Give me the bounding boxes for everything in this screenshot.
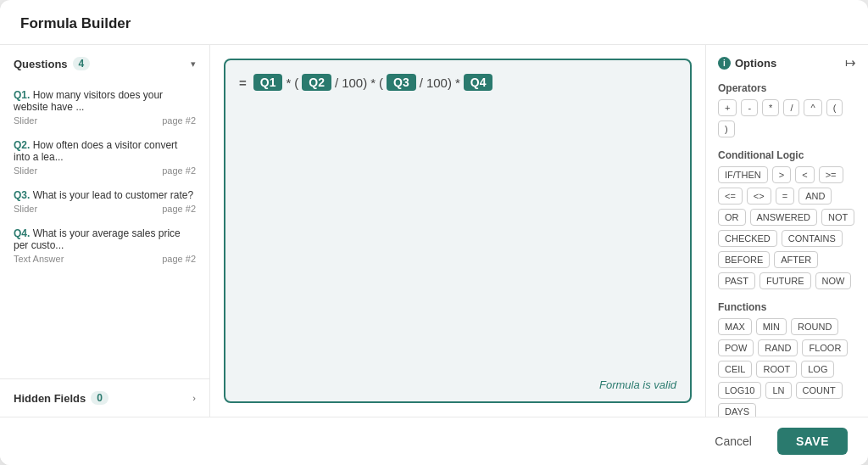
left-panel: Questions 4 ▾ Q1. How many visitors does… bbox=[0, 45, 210, 417]
question-type: Slider bbox=[14, 165, 37, 176]
question-page: page #2 bbox=[162, 115, 196, 126]
question-type: Text Answer bbox=[14, 254, 64, 264]
question-meta: Text Answer page #2 bbox=[14, 254, 196, 264]
chip-count[interactable]: COUNT bbox=[796, 382, 843, 399]
chip-lte[interactable]: <= bbox=[718, 188, 743, 204]
formula-op: / bbox=[335, 76, 338, 90]
formula-op: * bbox=[455, 76, 460, 90]
chip-gte[interactable]: >= bbox=[819, 166, 843, 183]
formula-paren-open: ( bbox=[379, 76, 383, 90]
modal-header: Formula Builder bbox=[0, 0, 868, 45]
question-meta: Slider page #2 bbox=[14, 115, 196, 126]
chip-ceil[interactable]: CEIL bbox=[718, 361, 752, 378]
chip-or[interactable]: OR bbox=[718, 209, 746, 226]
hidden-fields-section[interactable]: Hidden Fields 0 › bbox=[0, 378, 209, 417]
chip-log[interactable]: LOG bbox=[801, 361, 834, 378]
chip-ln[interactable]: LN bbox=[765, 382, 791, 399]
formula-content: = Q1 * ( Q2 / 100) * ( Q3 / 100) * Q4 bbox=[239, 74, 676, 91]
modal-footer: Cancel SAVE bbox=[0, 417, 868, 465]
q1-tag[interactable]: Q1 bbox=[253, 74, 283, 91]
chip-gt[interactable]: > bbox=[772, 166, 791, 183]
question-page: page #2 bbox=[162, 165, 196, 176]
chip-round[interactable]: ROUND bbox=[791, 318, 838, 335]
chip-log10[interactable]: LOG10 bbox=[718, 382, 761, 399]
chip-lt[interactable]: < bbox=[795, 166, 814, 183]
question-label: Q3. What is your lead to customer rate? bbox=[14, 189, 196, 201]
question-type: Slider bbox=[14, 204, 37, 214]
chip-and[interactable]: AND bbox=[798, 188, 832, 204]
chip-checked[interactable]: CHECKED bbox=[718, 230, 777, 247]
chip-not[interactable]: NOT bbox=[821, 209, 854, 226]
questions-title: Questions bbox=[14, 58, 68, 70]
list-item[interactable]: Q3. What is your lead to customer rate? … bbox=[0, 182, 209, 221]
chip-days[interactable]: DAYS bbox=[718, 403, 756, 417]
questions-count-badge: 4 bbox=[73, 57, 91, 70]
list-item[interactable]: Q1. How many visitors does your website … bbox=[0, 82, 209, 132]
operators-section: Operators + - * / ^ ( ) bbox=[718, 82, 856, 137]
q2-tag[interactable]: Q2 bbox=[302, 74, 331, 91]
question-id: Q2. bbox=[14, 139, 30, 151]
info-icon: i bbox=[718, 57, 731, 70]
questions-chevron-down-icon[interactable]: ▾ bbox=[191, 59, 196, 70]
modal-title: Formula Builder bbox=[20, 15, 131, 31]
operators-chips: + - * / ^ ( ) bbox=[718, 99, 856, 137]
chip-before[interactable]: BEFORE bbox=[718, 251, 770, 268]
questions-header: Questions 4 ▾ bbox=[0, 45, 209, 79]
formula-editor[interactable]: = Q1 * ( Q2 / 100) * ( Q3 / 100) * Q4 Fo… bbox=[224, 59, 692, 403]
chip-eq[interactable]: = bbox=[776, 188, 794, 204]
chip-pow[interactable]: POW bbox=[718, 339, 754, 356]
chip-ne[interactable]: <> bbox=[747, 188, 771, 204]
chip-min[interactable]: MIN bbox=[756, 318, 787, 335]
cancel-button[interactable]: Cancel bbox=[699, 428, 767, 455]
formula-valid-status: Formula is valid bbox=[599, 378, 676, 391]
q4-tag[interactable]: Q4 bbox=[464, 74, 493, 91]
options-title: i Options bbox=[718, 57, 776, 70]
formula-op: * bbox=[370, 76, 376, 90]
formula-paren-open: ( bbox=[294, 76, 298, 90]
hidden-fields-label-row: Hidden Fields 0 bbox=[14, 391, 108, 405]
hidden-fields-chevron-right-icon: › bbox=[192, 393, 196, 403]
q3-tag[interactable]: Q3 bbox=[387, 74, 416, 91]
question-id: Q4. bbox=[14, 227, 30, 239]
question-label: Q1. How many visitors does your website … bbox=[14, 89, 196, 113]
formula-op: 100) bbox=[426, 76, 452, 90]
export-icon[interactable]: ↦ bbox=[845, 55, 856, 70]
question-meta: Slider page #2 bbox=[14, 165, 196, 176]
center-panel: = Q1 * ( Q2 / 100) * ( Q3 / 100) * Q4 Fo… bbox=[210, 45, 705, 417]
chip-multiply[interactable]: * bbox=[762, 99, 779, 116]
chip-root[interactable]: ROOT bbox=[756, 361, 797, 378]
chip-past[interactable]: PAST bbox=[718, 272, 755, 289]
chip-ifthen[interactable]: IF/THEN bbox=[718, 166, 768, 183]
questions-header-row: Questions 4 bbox=[14, 57, 90, 70]
question-label: Q2. How often does a visitor convert int… bbox=[14, 139, 196, 163]
functions-label: Functions bbox=[718, 301, 856, 313]
chip-plus[interactable]: + bbox=[718, 99, 737, 116]
question-label: Q4. What is your average sales price per… bbox=[14, 227, 196, 251]
chip-paren-open[interactable]: ( bbox=[826, 99, 843, 116]
chip-max[interactable]: MAX bbox=[718, 318, 752, 335]
list-item[interactable]: Q2. How often does a visitor convert int… bbox=[0, 132, 209, 182]
chip-floor[interactable]: FLOOR bbox=[802, 339, 848, 356]
chip-rand[interactable]: RAND bbox=[758, 339, 798, 356]
formula-op: 100) bbox=[342, 76, 367, 90]
formula-op: * bbox=[286, 76, 291, 90]
chip-after[interactable]: AFTER bbox=[774, 251, 818, 268]
chip-contains[interactable]: CONTAINS bbox=[782, 230, 843, 247]
formula-op: / bbox=[420, 76, 423, 90]
hidden-fields-count-badge: 0 bbox=[91, 391, 108, 405]
chip-future[interactable]: FUTURE bbox=[760, 272, 811, 289]
chip-power[interactable]: ^ bbox=[804, 99, 821, 116]
chip-divide[interactable]: / bbox=[783, 99, 799, 116]
chip-paren-close[interactable]: ) bbox=[718, 120, 735, 137]
conditional-chips: IF/THEN > < >= <= <> = AND OR ANSWERED N… bbox=[718, 166, 856, 289]
chip-minus[interactable]: - bbox=[741, 99, 758, 116]
save-button[interactable]: SAVE bbox=[777, 428, 848, 455]
list-item[interactable]: Q4. What is your average sales price per… bbox=[0, 221, 209, 271]
formula-builder-modal: Formula Builder Questions 4 ▾ Q1. How ma… bbox=[0, 0, 868, 465]
chip-now[interactable]: NOW bbox=[815, 272, 852, 289]
question-id: Q1. bbox=[14, 89, 30, 101]
function-chips: MAX MIN ROUND POW RAND FLOOR CEIL ROOT L… bbox=[718, 318, 856, 417]
conditional-section: Conditional Logic IF/THEN > < >= <= <> =… bbox=[718, 149, 856, 289]
chip-answered[interactable]: ANSWERED bbox=[750, 209, 818, 226]
right-panel: i Options ↦ Operators + - * / ^ ( ) Con bbox=[705, 45, 868, 417]
